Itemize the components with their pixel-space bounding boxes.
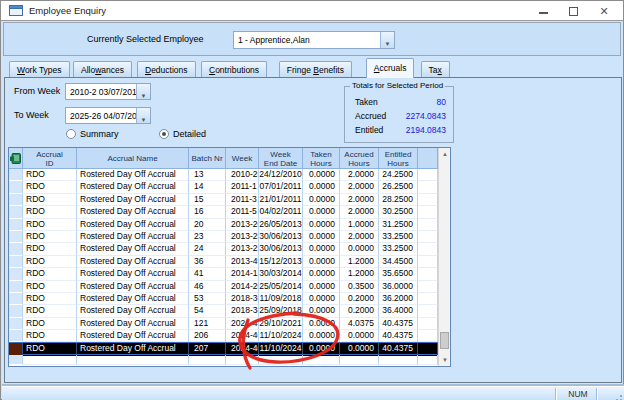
window-title: Employee Enquiry	[29, 5, 106, 16]
row-indicator	[9, 219, 23, 231]
cell: 46	[189, 281, 226, 293]
column-header-accrual-id[interactable]: AccrualID	[23, 148, 77, 169]
cell: 0.0000	[303, 231, 340, 243]
to-week-value: 2025-26 04/07/2025	[70, 111, 146, 121]
empty-cell	[226, 355, 259, 365]
table-row[interactable]: RDORostered Day Off Accrual1212021-4329/…	[9, 318, 438, 330]
scrollbar-thumb[interactable]	[440, 332, 449, 349]
tab-tax[interactable]: Tax	[421, 61, 450, 78]
totals-value: 80	[437, 97, 446, 107]
tab-accruals[interactable]: Accruals	[366, 58, 415, 78]
cell: 24	[189, 243, 226, 255]
accruals-grid-body: AccrualIDAccrual NameBatch NrWeekWeekEnd…	[9, 148, 438, 366]
cell: 0.2000	[340, 305, 379, 317]
totals-value: 2194.0843	[406, 125, 446, 135]
spare-cell	[418, 330, 438, 342]
detailed-radio[interactable]	[159, 129, 169, 139]
cell: 36	[189, 256, 226, 268]
cell: Rostered Day Off Accrual	[77, 231, 189, 243]
cell: RDO	[23, 256, 77, 268]
table-row[interactable]: RDORostered Day Off Accrual142011-107/01…	[9, 181, 438, 193]
from-week-dropdown[interactable]: ▼	[136, 84, 150, 99]
spare-cell	[418, 219, 438, 231]
tab-fringe-benefits[interactable]: Fringe Benefits	[279, 61, 352, 78]
title-bar: Employee Enquiry ✕	[1, 1, 623, 21]
cell: 2024-40	[226, 330, 259, 342]
to-week-combobox[interactable]: 2025-26 04/07/2025 ▼	[65, 107, 151, 124]
column-header-batch-nr[interactable]: Batch Nr	[189, 148, 226, 169]
cell: Rostered Day Off Accrual	[77, 330, 189, 342]
cell: 33.2500	[379, 243, 418, 255]
spare-cell	[418, 194, 438, 206]
empty-cell	[418, 355, 438, 365]
row-indicator	[9, 194, 23, 206]
table-row[interactable]: RDORostered Day Off Accrual362013-4915/1…	[9, 256, 438, 268]
row-indicator	[9, 305, 23, 317]
tab-deductions[interactable]: Deductions	[137, 61, 196, 78]
cell: 25/09/2018	[259, 305, 303, 317]
resize-grip[interactable]	[612, 391, 622, 400]
table-row[interactable]: RDORostered Day Off Accrual462014-2025/0…	[9, 281, 438, 293]
scroll-down-icon[interactable]: ▼	[439, 354, 451, 366]
table-row[interactable]: RDORostered Day Off Accrual2062024-4011/…	[9, 330, 438, 342]
cell: 2.0000	[340, 206, 379, 218]
table-row[interactable]: RDORostered Day Off Accrual242013-2530/0…	[9, 243, 438, 255]
table-row[interactable]: RDORostered Day Off Accrual132010-2624/1…	[9, 169, 438, 181]
column-header-spare	[418, 148, 438, 169]
grid-icon	[10, 153, 21, 164]
column-header-week[interactable]: Week	[226, 148, 259, 169]
cell: RDO	[23, 231, 77, 243]
row-indicator	[9, 330, 23, 342]
employee-combobox-dropdown[interactable]: ▼	[380, 32, 394, 48]
column-header-accrued-hours[interactable]: AccruedHours	[340, 148, 379, 169]
grid-header-row: AccrualIDAccrual NameBatch NrWeekWeekEnd…	[9, 148, 438, 169]
minimize-button[interactable]	[533, 4, 555, 19]
cell: 30/06/2013	[259, 231, 303, 243]
column-header-accrual-name[interactable]: Accrual Name	[77, 148, 189, 169]
from-week-combobox[interactable]: 2010-2 03/07/2010 ▼	[65, 83, 151, 100]
row-indicator	[9, 293, 23, 305]
column-header-taken-hours[interactable]: TakenHours	[303, 148, 340, 169]
to-week-label: To Week	[14, 110, 49, 120]
tab-allowances[interactable]: Allowances	[73, 61, 132, 78]
table-row[interactable]: RDORostered Day Off Accrual152011-321/01…	[9, 194, 438, 206]
employee-enquiry-window: Employee Enquiry ✕ Currently Selected Em…	[0, 0, 624, 400]
table-row[interactable]: RDORostered Day Off Accrual542018-3825/0…	[9, 305, 438, 317]
to-week-dropdown[interactable]: ▼	[136, 108, 150, 123]
statusbar-separator	[555, 388, 556, 400]
cell: 2013-49	[226, 256, 259, 268]
spare-cell	[418, 281, 438, 293]
chevron-down-icon: ▼	[141, 117, 147, 123]
table-row[interactable]: RDORostered Day Off Accrual532018-3611/0…	[9, 293, 438, 305]
cell: 2018-38	[226, 305, 259, 317]
cell: Rostered Day Off Accrual	[77, 305, 189, 317]
tab-work-types[interactable]: Work Types	[9, 61, 70, 78]
tab-contributions[interactable]: Contributions	[201, 61, 267, 78]
cell: 0.0000	[303, 293, 340, 305]
table-row[interactable]: RDORostered Day Off Accrual232013-2530/0…	[9, 231, 438, 243]
spare-cell	[418, 206, 438, 218]
maximize-button[interactable]	[563, 4, 585, 19]
summary-radio[interactable]	[66, 129, 76, 139]
spare-cell	[418, 305, 438, 317]
vertical-scrollbar[interactable]: ▲ ▼	[438, 148, 450, 366]
table-row[interactable]: RDORostered Day Off Accrual412014-1230/0…	[9, 268, 438, 280]
column-header-week-end-date[interactable]: WeekEnd Date	[259, 148, 303, 169]
cell: 0.0000	[303, 194, 340, 206]
cell: Rostered Day Off Accrual	[77, 169, 189, 181]
cell: 2.0000	[340, 181, 379, 193]
cell: RDO	[23, 206, 77, 218]
table-row[interactable]: RDORostered Day Off Accrual162011-504/02…	[9, 206, 438, 218]
totals-label: Entitled	[355, 125, 383, 135]
cell: 1.2000	[340, 256, 379, 268]
table-row-selected[interactable]: RDORostered Day Off Accrual2072024-4011/…	[9, 342, 438, 354]
table-row[interactable]: RDORostered Day Off Accrual202013-2026/0…	[9, 219, 438, 231]
scroll-up-icon[interactable]: ▲	[439, 148, 451, 160]
cell: 2021-43	[226, 318, 259, 330]
cell: 26/05/2013	[259, 219, 303, 231]
totals-label: Accrued	[355, 111, 386, 121]
close-button[interactable]: ✕	[593, 4, 615, 19]
employee-combobox[interactable]: 1 - Apprentice,Alan ▼	[233, 31, 395, 49]
column-header-entitled-hours[interactable]: EntitledHours	[379, 148, 418, 169]
num-lock-indicator: NUM	[562, 389, 594, 399]
